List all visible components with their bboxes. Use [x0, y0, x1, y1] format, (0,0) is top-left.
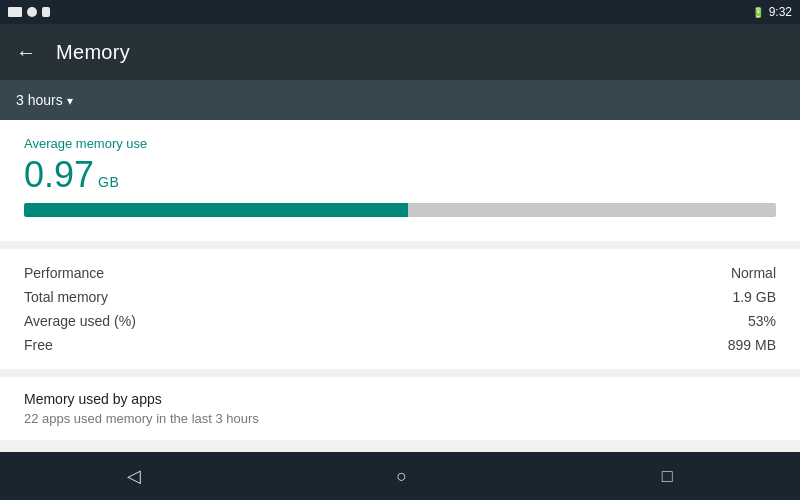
- stat-row-total-memory: Total memory 1.9 GB: [24, 285, 776, 309]
- avg-used-label: Average used (%): [24, 313, 136, 329]
- avg-used-value: 53%: [748, 313, 776, 329]
- time-filter-dropdown[interactable]: 3 hours ▾: [16, 92, 73, 108]
- total-memory-label: Total memory: [24, 289, 108, 305]
- home-nav-icon[interactable]: ○: [396, 466, 407, 487]
- app-bar: ← Memory: [0, 24, 800, 80]
- recents-nav-icon[interactable]: □: [662, 466, 673, 487]
- performance-label: Performance: [24, 265, 104, 281]
- apps-card-title: Memory used by apps: [24, 391, 776, 407]
- lock-icon: [42, 7, 50, 17]
- memory-progress-fill: [24, 203, 408, 217]
- memory-value-row: 0.97 GB: [24, 157, 776, 193]
- total-memory-value: 1.9 GB: [732, 289, 776, 305]
- memory-value: 0.97: [24, 157, 94, 193]
- back-nav-icon[interactable]: ◁: [127, 465, 141, 487]
- status-icons-right: 🔋 9:32: [752, 5, 792, 19]
- status-icons-left: [8, 7, 50, 17]
- nav-bar: ◁ ○ □: [0, 452, 800, 500]
- stat-row-avg-used: Average used (%) 53%: [24, 309, 776, 333]
- back-button[interactable]: ←: [16, 42, 36, 62]
- status-bar: 🔋 9:32: [0, 0, 800, 24]
- stats-card: Performance Normal Total memory 1.9 GB A…: [0, 249, 800, 369]
- chevron-down-icon: ▾: [67, 94, 73, 108]
- free-value: 899 MB: [728, 337, 776, 353]
- wifi-icon: [8, 7, 22, 17]
- time-display: 9:32: [769, 5, 792, 19]
- apps-card[interactable]: Memory used by apps 22 apps used memory …: [0, 377, 800, 440]
- page-title: Memory: [56, 41, 130, 64]
- apps-card-subtitle: 22 apps used memory in the last 3 hours: [24, 411, 776, 426]
- battery-icon: 🔋: [752, 7, 764, 18]
- memory-unit: GB: [98, 174, 119, 190]
- stat-row-free: Free 899 MB: [24, 333, 776, 357]
- stat-row-performance: Performance Normal: [24, 261, 776, 285]
- signal-icon: [27, 7, 37, 17]
- filter-bar: 3 hours ▾: [0, 80, 800, 120]
- memory-progress-bar: [24, 203, 776, 217]
- free-label: Free: [24, 337, 53, 353]
- memory-use-card: Average memory use 0.97 GB: [0, 120, 800, 241]
- main-content: Average memory use 0.97 GB Performance N…: [0, 120, 800, 440]
- performance-value: Normal: [731, 265, 776, 281]
- avg-memory-label: Average memory use: [24, 136, 776, 151]
- time-filter-label: 3 hours: [16, 92, 63, 108]
